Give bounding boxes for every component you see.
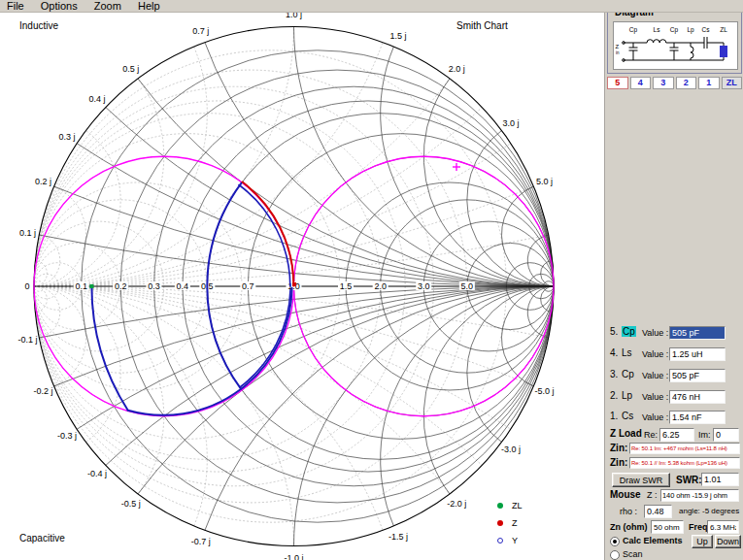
series-capacitor-symbol — [704, 37, 707, 49]
svg-text:-0.5 j: -0.5 j — [121, 499, 141, 509]
z-load-im-input[interactable] — [713, 428, 739, 442]
value-label: Value : — [642, 392, 668, 402]
element-row-3: 3. Cp Value : — [605, 369, 743, 384]
mouse-row: Mouse Z : 140 ohm -15.9 j ohm — [605, 489, 743, 505]
legend-z-label: Z — [512, 518, 518, 528]
z-load-re-input[interactable] — [659, 428, 694, 442]
draw-swr-button[interactable]: Draw SWR — [612, 473, 670, 487]
rho-row: rho : angle: -5 degrees — [605, 505, 743, 520]
swr-value-input[interactable] — [701, 473, 739, 486]
element-5-value-input[interactable] — [669, 326, 726, 340]
load-symbol — [720, 46, 727, 57]
legend-item-z: Z — [497, 514, 523, 532]
element-2-value-input[interactable] — [669, 390, 726, 404]
rho-value-input[interactable] — [644, 505, 672, 518]
svg-text:-0.1 j: -0.1 j — [17, 335, 37, 345]
svg-text:5.0 j: 5.0 j — [536, 177, 553, 186]
svg-text:0.2 j: 0.2 j — [35, 177, 51, 186]
element-3-value-input[interactable] — [669, 369, 726, 382]
legend-item-zl: ZL — [497, 497, 523, 514]
element-index: 2. — [610, 390, 618, 401]
element-name: Cs — [622, 411, 633, 421]
svg-text:0.7 j: 0.7 j — [192, 26, 209, 36]
zin-series-label: Zin: — [610, 443, 627, 453]
swr-label: SWR: — [676, 475, 702, 485]
svg-text:2.0 j: 2.0 j — [449, 64, 465, 74]
select-element-4-button[interactable]: 4 — [630, 77, 652, 89]
zin-series-row: Zin: Re: 50.1 Im: +467 mohm (Ls=11.8 nH) — [605, 443, 743, 458]
calc-elements-radio[interactable] — [610, 537, 620, 546]
select-element-1-button[interactable]: 1 — [698, 77, 720, 89]
menu-zoom[interactable]: Zoom — [87, 0, 128, 13]
menu-file[interactable]: File — [0, 0, 31, 13]
element-name: Ls — [622, 347, 632, 358]
svg-text:-0.4 j: -0.4 j — [87, 469, 107, 478]
scan-label: Scan — [623, 549, 643, 559]
circuit-schematic: Cp Ls Cp Lp Cs ZL Z in — [614, 22, 737, 67]
select-element-5-button[interactable]: 5 — [607, 77, 628, 89]
menu-help[interactable]: Help — [131, 0, 167, 13]
svg-text:0.2: 0.2 — [115, 281, 127, 291]
control-panel: Diagram — [604, 0, 743, 560]
freq-input[interactable] — [707, 520, 739, 534]
schematic-label-cs1: Cs — [702, 26, 711, 33]
legend-z-dot-icon — [497, 520, 503, 526]
shunt-capacitor-symbol — [629, 43, 638, 60]
value-label: Value : — [642, 328, 668, 338]
zin-parallel-row: Zin: Re: 50.1 // Im: 5.38 kohm (Lp=136 u… — [605, 457, 743, 473]
chart-title: Smith Chart — [456, 20, 508, 31]
down-button[interactable]: Down — [715, 535, 741, 548]
schematic-label-ls4: Ls — [654, 26, 661, 33]
value-label: Value : — [642, 371, 668, 380]
smith-chart-app: 00.10.20.30.40.50.71.01.52.03.05.00.1 j0… — [0, 0, 743, 560]
element-index: 5. — [610, 326, 618, 337]
menu-options[interactable]: Options — [34, 0, 84, 13]
menu-bar: File Options Zoom Help — [0, 0, 743, 13]
element-name: Lp — [622, 390, 632, 401]
element-row-5: 5. Cp Value : — [605, 326, 743, 342]
legend-zl-label: ZL — [512, 501, 523, 511]
mouse-z-display: 140 ohm -15.9 j ohm — [660, 489, 739, 502]
select-element-2-button[interactable]: 2 — [676, 77, 697, 89]
rho-label: rho : — [620, 507, 637, 516]
legend-item-y: Y — [497, 532, 523, 549]
calc-elements-label: Calc Elements — [623, 536, 683, 545]
element-index: 3. — [610, 369, 618, 379]
element-index: 1. — [610, 411, 618, 421]
element-name: Cp — [622, 369, 634, 379]
select-load-button[interactable]: ZL — [722, 77, 743, 89]
element-index: 4. — [610, 347, 618, 358]
calc-elements-row: Calc Elements Up Down — [605, 535, 743, 550]
schematic-label-zl: ZL — [720, 26, 727, 33]
swr-row: Draw SWR SWR: — [605, 473, 743, 488]
zn-label: Zn (ohm) — [610, 522, 648, 532]
value-label: Value : — [642, 412, 668, 422]
legend-y-dot-icon — [497, 538, 503, 544]
schematic-label-cp5: Cp — [629, 26, 638, 34]
value-label: Value : — [642, 349, 668, 359]
legend-y-label: Y — [512, 536, 518, 545]
shunt-capacitor-symbol — [670, 43, 679, 60]
zn-freq-row: Zn (ohm) Freq — [605, 520, 743, 536]
element-4-value-input[interactable] — [669, 347, 726, 361]
svg-text:0.7: 0.7 — [242, 281, 254, 291]
svg-text:0.1 j: 0.1 j — [19, 228, 36, 238]
element-1-value-input[interactable] — [669, 411, 726, 424]
svg-text:-0.7 j: -0.7 j — [191, 537, 211, 546]
up-button[interactable]: Up — [692, 535, 713, 548]
schematic-box: Cp Ls Cp Lp Cs ZL Z in — [613, 21, 738, 70]
z-load-re-label: Re: — [644, 430, 658, 440]
scan-radio[interactable] — [610, 550, 620, 560]
smith-chart-svg[interactable]: 00.10.20.30.40.50.71.01.52.03.05.00.1 j0… — [0, 0, 604, 560]
element-row-2: 2. Lp Value : — [605, 390, 743, 406]
svg-text:0.4: 0.4 — [177, 281, 189, 291]
zn-input[interactable] — [651, 520, 684, 534]
inductive-label: Inductive — [19, 20, 58, 31]
scan-row: Scan — [605, 549, 743, 560]
svg-text:0.1: 0.1 — [75, 281, 87, 291]
element-name: Cp — [622, 326, 636, 337]
select-element-3-button[interactable]: 3 — [653, 77, 674, 89]
mouse-z-label: Z : — [647, 490, 658, 500]
svg-text:-0.3 j: -0.3 j — [57, 431, 77, 441]
svg-text:2.0: 2.0 — [374, 281, 387, 291]
